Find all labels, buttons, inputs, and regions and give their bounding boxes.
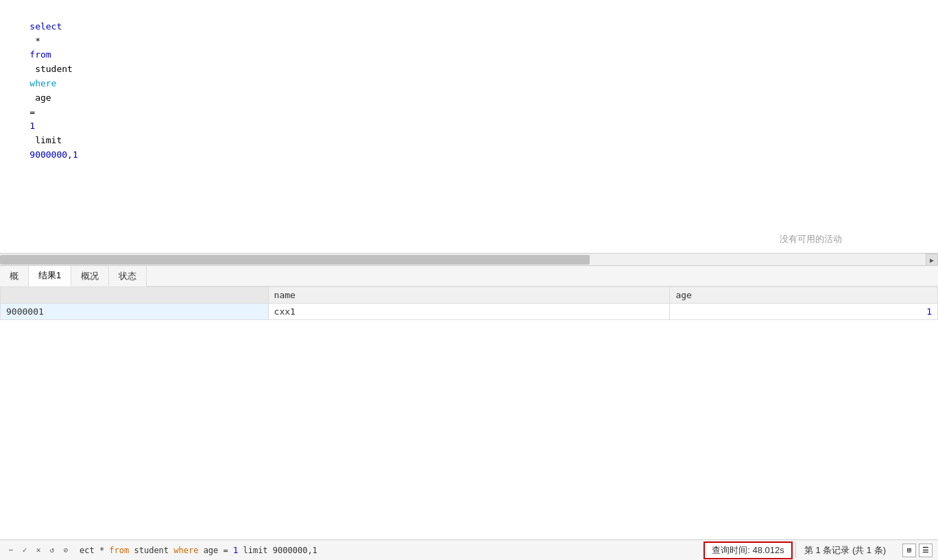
results-area: name age 9000001cxx11 — [0, 287, 938, 539]
tab-status[interactable]: 状态 — [109, 266, 147, 287]
table-row: 9000001cxx11 — [1, 304, 938, 320]
value-token: 1 — [29, 121, 35, 131]
column-header-name: name — [268, 287, 670, 304]
sql-editor[interactable]: select * from student where age = 1 limi… — [0, 0, 938, 254]
cell-id: 9000001 — [1, 304, 269, 320]
horizontal-scrollbar[interactable]: ▶ — [0, 254, 938, 266]
table-header-row: name age — [1, 287, 938, 304]
from-keyword: from — [29, 49, 51, 60]
table-name: student — [29, 64, 77, 74]
column-header-id — [1, 287, 269, 304]
where-keyword: where — [29, 78, 56, 88]
minus-icon[interactable]: − — [5, 545, 16, 556]
limit-keyword: limit — [29, 135, 67, 145]
stop-icon[interactable]: ⊘ — [60, 545, 71, 556]
list-view-icon[interactable]: ☰ — [919, 544, 933, 557]
results-table: name age 9000001cxx11 — [0, 287, 938, 320]
scroll-thumb[interactable] — [0, 255, 590, 265]
column-header-age: age — [670, 287, 938, 304]
tabs-bar: 概 结果1 概况 状态 — [0, 266, 938, 287]
record-info: 第 1 条记录 (共 1 条) — [795, 543, 894, 558]
no-activity-text: 没有可用的活动 — [780, 233, 842, 245]
query-time-badge: 查询时间: 48.012s — [704, 541, 793, 559]
status-sql-text: ect * from student where age = 1 limit 9… — [74, 546, 701, 555]
star-token: * — [29, 36, 45, 46]
status-icons: − ✓ ✕ ↺ ⊘ — [5, 545, 71, 556]
close-icon[interactable]: ✕ — [33, 545, 44, 556]
scroll-arrow-right[interactable]: ▶ — [926, 254, 938, 266]
grid-view-icon[interactable]: ⊞ — [902, 544, 916, 557]
field-name: age — [29, 93, 56, 103]
refresh-icon[interactable]: ↺ — [47, 545, 58, 556]
tab-overview[interactable]: 概 — [0, 266, 29, 287]
cell-age: 1 — [670, 304, 938, 320]
eq-operator: = — [29, 107, 40, 117]
select-keyword: select — [29, 21, 62, 32]
sql-query-line: select * from student where age = 1 limi… — [8, 5, 930, 177]
status-bar: − ✓ ✕ ↺ ⊘ ect * from student where age =… — [0, 539, 938, 560]
limit-value: 9000000,1 — [29, 149, 77, 160]
view-icons: ⊞ ☰ — [897, 544, 933, 557]
cell-name: cxx1 — [268, 304, 670, 320]
tab-summary[interactable]: 概况 — [71, 266, 109, 287]
tab-results1[interactable]: 结果1 — [29, 266, 71, 287]
check-icon[interactable]: ✓ — [19, 545, 30, 556]
